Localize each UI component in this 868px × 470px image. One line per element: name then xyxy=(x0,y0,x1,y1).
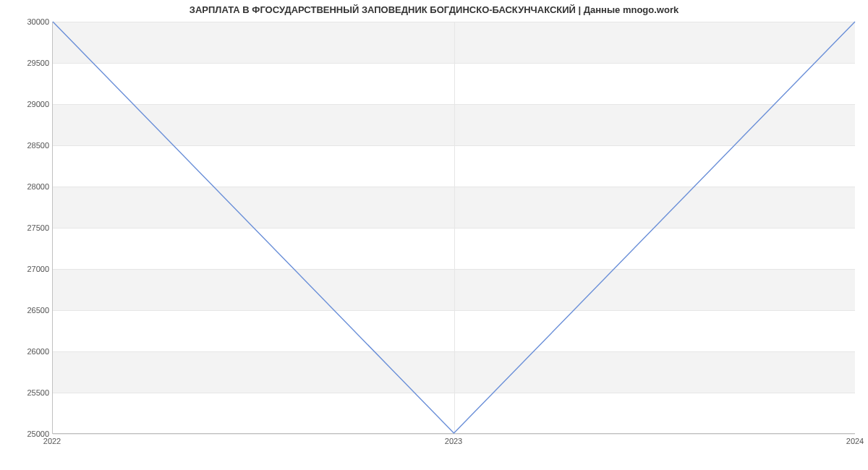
x-tick-label: 2022 xyxy=(43,437,61,445)
y-tick-label: 26500 xyxy=(6,306,49,315)
y-gridline xyxy=(53,434,855,435)
chart-title: ЗАРПЛАТА В ФГОСУДАРСТВЕННЫЙ ЗАПОВЕДНИК Б… xyxy=(0,4,868,15)
y-tick-label: 26000 xyxy=(6,347,49,356)
y-tick-label: 25500 xyxy=(6,388,49,397)
y-tick-label: 30000 xyxy=(6,17,49,26)
y-tick-label: 28000 xyxy=(6,182,49,191)
line-series xyxy=(53,22,855,433)
y-tick-label: 28500 xyxy=(6,141,49,150)
y-tick-label: 27000 xyxy=(6,265,49,273)
y-tick-label: 29000 xyxy=(6,100,49,108)
plot-area xyxy=(52,22,855,434)
salary-line-chart: ЗАРПЛАТА В ФГОСУДАРСТВЕННЫЙ ЗАПОВЕДНИК Б… xyxy=(0,0,868,470)
y-tick-label: 27500 xyxy=(6,223,49,232)
x-tick-label: 2024 xyxy=(846,437,864,445)
y-tick-label: 29500 xyxy=(6,59,49,67)
x-tick-label: 2023 xyxy=(445,437,462,445)
